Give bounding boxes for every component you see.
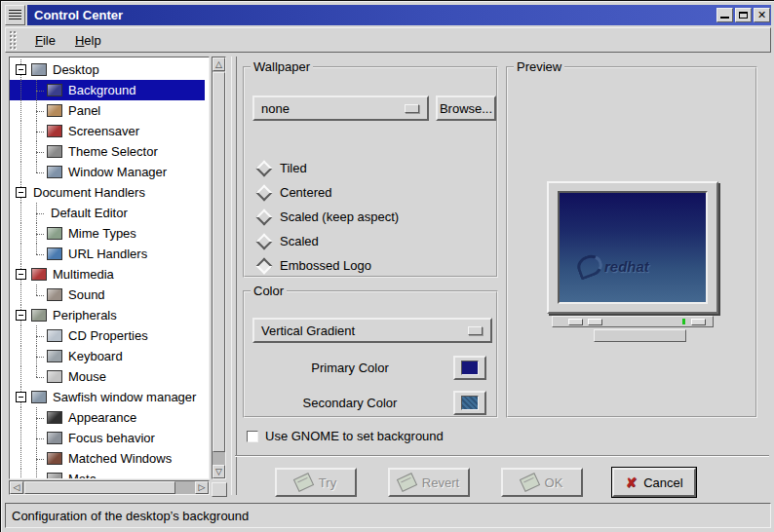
revert-button[interactable]: Revert: [388, 468, 470, 497]
tree-item-mime-types[interactable]: Mime Types: [10, 223, 209, 244]
redhat-swirl-icon: [574, 251, 605, 281]
browse-button[interactable]: Browse...: [436, 95, 496, 121]
color-mode-select[interactable]: Vertical Gradient: [252, 318, 492, 343]
primary-color-button[interactable]: [453, 356, 486, 380]
window-menu-button[interactable]: [5, 5, 25, 25]
expander-minus-icon[interactable]: [16, 269, 26, 280]
radio-option-centered[interactable]: Centered: [254, 180, 490, 205]
tree-guide: [20, 428, 21, 448]
tree-item-window-manager[interactable]: Window Manager: [10, 162, 209, 182]
tree-guide: [20, 121, 21, 141]
maximize-button[interactable]: [735, 8, 752, 22]
scrollbar-corner: [212, 482, 227, 497]
vertical-scroll-thumb[interactable]: [213, 72, 225, 452]
tree-guide: [36, 469, 37, 479]
tree-guide: [36, 244, 37, 254]
radio-option-scaled-keep-aspect[interactable]: Scaled (keep aspect): [254, 205, 490, 229]
tree-item-label: Mouse: [66, 368, 110, 385]
tree-item-meta[interactable]: Meta: [10, 469, 209, 479]
tree-horizontal-scrollbar[interactable]: ◁ ▷: [9, 480, 210, 495]
theme-selector-icon: [47, 145, 62, 158]
preview-screen: redhat: [558, 191, 708, 304]
sound-icon: [47, 288, 62, 301]
window-manager-icon: [47, 166, 62, 178]
tree-item-appearance[interactable]: Appearance: [10, 407, 209, 428]
tree-item-label: Screensaver: [66, 123, 143, 139]
try-button[interactable]: Try: [275, 468, 357, 497]
scroll-right-button[interactable]: ▷: [195, 481, 209, 494]
close-button[interactable]: ✕: [754, 8, 770, 22]
focus-behavior-icon: [47, 432, 62, 444]
tree-guide: [20, 203, 21, 223]
titlebar[interactable]: Control Center ✕: [27, 5, 771, 25]
menu-help[interactable]: Help: [65, 30, 111, 51]
secondary-color-button[interactable]: [453, 391, 486, 415]
radio-diamond-icon: [256, 160, 273, 176]
tree-item-sound[interactable]: Sound: [10, 285, 209, 305]
use-gnome-checkbox[interactable]: [247, 431, 258, 442]
expander-minus-icon[interactable]: [16, 187, 26, 198]
tree-item-label: Peripherals: [51, 307, 121, 323]
tree-item-mouse[interactable]: Mouse: [10, 366, 209, 387]
radio-diamond-icon: [256, 184, 273, 201]
tree-item-sawfish-window-manager[interactable]: Sawfish window manager: [10, 387, 209, 407]
horizontal-scroll-thumb[interactable]: [24, 481, 175, 494]
tree-vertical-scrollbar[interactable]: △ ▽: [212, 57, 226, 479]
wallpaper-select[interactable]: none: [252, 95, 429, 121]
minimize-button[interactable]: [716, 8, 733, 22]
button-label: Revert: [422, 475, 459, 490]
ok-button[interactable]: OK: [501, 468, 583, 497]
url-handlers-icon: [47, 247, 62, 260]
tree-item-screensaver[interactable]: Screensaver: [10, 121, 209, 141]
appearance-icon: [47, 411, 62, 424]
menubar-grip-handle[interactable]: [9, 30, 18, 50]
tree-item-document-handlers[interactable]: Document Handlers: [10, 182, 209, 203]
preview-frame: Preview redhat: [506, 59, 757, 418]
arrow-up-icon: △: [215, 60, 222, 69]
tree-item-keyboard[interactable]: Keyboard: [10, 346, 209, 366]
expander-minus-icon[interactable]: [16, 64, 26, 75]
panel-icon: [47, 104, 62, 117]
radio-diamond-icon: [256, 233, 273, 249]
radio-option-scaled[interactable]: Scaled: [254, 229, 490, 253]
cd-properties-icon: [47, 329, 62, 342]
tree-item-label: Panel: [66, 102, 104, 119]
maximize-icon: [739, 12, 748, 19]
tree-item-multimedia[interactable]: Multimedia: [10, 264, 209, 285]
expander-minus-icon[interactable]: [16, 310, 26, 321]
tree-item-panel[interactable]: Panel: [10, 100, 209, 121]
color-frame-legend: Color: [251, 284, 287, 298]
arrow-right-icon: ▷: [199, 483, 206, 492]
radio-option-label: Scaled (keep aspect): [280, 209, 399, 224]
use-gnome-checkbox-label: Use GNOME to set background: [265, 429, 444, 443]
tree-guide: [20, 100, 21, 121]
tree-item-label: Meta: [66, 471, 100, 479]
tree-item-cd-properties[interactable]: CD Properties: [10, 325, 209, 346]
pane-divider-handle[interactable]: [231, 57, 237, 495]
scroll-up-button[interactable]: △: [213, 57, 225, 71]
tree-item-default-editor[interactable]: Default Editor: [10, 203, 209, 223]
scroll-down-button[interactable]: ▽: [213, 465, 225, 478]
tree-item-matched-windows[interactable]: Matched Windows: [10, 448, 209, 469]
tree-item-peripherals[interactable]: Peripherals: [10, 305, 209, 325]
scroll-left-button[interactable]: ◁: [10, 481, 23, 494]
control-center-window: Control Center ✕ File Help DesktopBackgr…: [0, 0, 774, 532]
tree-guide: [20, 162, 21, 182]
radio-option-embossed-logo[interactable]: Embossed Logo: [254, 253, 490, 278]
menu-file[interactable]: File: [25, 30, 65, 51]
tree-guide: [36, 295, 44, 296]
tree-guide: [36, 111, 44, 112]
radio-option-tiled[interactable]: Tiled: [254, 156, 490, 180]
tree-item-label: Matched Windows: [66, 450, 175, 467]
tree-item-desktop[interactable]: Desktop: [10, 59, 209, 80]
primary-color-swatch: [461, 361, 479, 375]
tree-item-background[interactable]: Background: [10, 80, 209, 100]
tree-item-url-handlers[interactable]: URL Handlers: [10, 244, 209, 264]
tree-item-theme-selector[interactable]: Theme Selector: [10, 141, 209, 162]
expander-minus-icon[interactable]: [16, 392, 26, 402]
cancel-button[interactable]: ✘Cancel: [612, 468, 696, 497]
wallpaper-select-value: none: [254, 101, 405, 116]
tree-guide: [36, 285, 37, 295]
tree-item-focus-behavior[interactable]: Focus behavior: [10, 428, 209, 448]
tree-item-label: URL Handlers: [66, 246, 151, 262]
